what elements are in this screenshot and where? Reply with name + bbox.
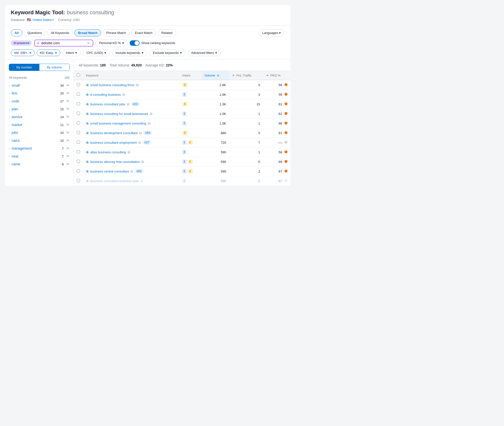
sidebar-by-number-btn[interactable]: By number xyxy=(9,64,39,71)
eye-icon[interactable]: 👁 xyxy=(66,146,70,150)
sidebar-keyword: management xyxy=(12,146,62,150)
keyword-link[interactable]: ⊕atlas business consulting ▤ xyxy=(86,150,176,154)
keyword-link[interactable]: ⊕business consultant employment ▤ #27 xyxy=(86,140,176,145)
add-keyword-icon[interactable]: ⊕ xyxy=(86,169,89,173)
eye-icon[interactable]: 👁 xyxy=(66,115,70,119)
row-checkbox[interactable] xyxy=(77,179,80,182)
row-checkbox[interactable] xyxy=(77,131,80,134)
list-item[interactable]: › market 11 👁 xyxy=(5,121,74,129)
pkd-dot xyxy=(284,131,287,134)
keyword-link[interactable]: ⊕small business consulting firms ▤ xyxy=(86,83,176,87)
row-checkbox[interactable] xyxy=(77,83,80,86)
pot-traffic-cell: 0 xyxy=(229,176,263,186)
list-item[interactable]: › firm 20 👁 xyxy=(5,89,74,97)
eye-icon[interactable]: 👁 xyxy=(66,99,70,103)
eye-icon[interactable]: 👁 xyxy=(66,154,70,158)
row-checkbox[interactable] xyxy=(77,102,80,105)
tab-all-keywords[interactable]: All Keywords xyxy=(47,29,73,36)
col-pot-traffic[interactable]: ✦ Pot. Traffic xyxy=(229,71,263,80)
row-checkbox[interactable] xyxy=(77,112,80,115)
eye-icon[interactable]: 👁 xyxy=(66,91,70,95)
col-intent[interactable]: Intent xyxy=(179,71,202,80)
col-select-all[interactable] xyxy=(74,71,83,80)
volume-cell: 590 xyxy=(202,176,229,186)
col-keyword[interactable]: Keyword xyxy=(83,71,179,80)
ranking-toggle[interactable] xyxy=(130,40,140,46)
list-item[interactable]: › plan 15 👁 xyxy=(5,105,74,113)
keyword-link[interactable]: ⊕business development consultant ▤ #53 xyxy=(86,131,176,135)
list-item[interactable]: › small 34 👁 xyxy=(5,81,74,89)
row-checkbox[interactable] xyxy=(77,93,80,96)
pkd-dot xyxy=(284,170,287,173)
database-selector[interactable]: United States ▾ xyxy=(32,18,54,22)
pkd-dot xyxy=(284,122,287,125)
keyword-cell: ⊕business development consultant ▤ #53 xyxy=(83,128,179,138)
exclude-keywords-dropdown[interactable]: Exclude keywords ▾ xyxy=(149,49,186,56)
eye-icon[interactable]: 👁 xyxy=(66,131,70,135)
eye-icon[interactable]: 👁 xyxy=(66,139,70,142)
intent-badge: I xyxy=(182,150,187,154)
tab-questions[interactable]: Questions xyxy=(24,29,46,36)
row-checkbox[interactable] xyxy=(77,169,80,173)
list-item[interactable]: › name 6 👁 xyxy=(5,160,74,168)
row-checkbox[interactable] xyxy=(77,141,80,144)
keyword-link[interactable]: ⊕business consulting for small businesse… xyxy=(86,112,176,116)
clear-domain-icon[interactable]: ✕ xyxy=(87,41,90,45)
domain-input[interactable] xyxy=(41,41,85,45)
add-keyword-icon[interactable]: ⊕ xyxy=(86,102,89,106)
list-item[interactable]: › service 14 👁 xyxy=(5,113,74,121)
eye-icon[interactable]: 👁 xyxy=(66,107,70,111)
list-item[interactable]: › code 17 👁 xyxy=(5,97,74,105)
advanced-filters-dropdown[interactable]: Advanced filters ▾ xyxy=(188,49,221,56)
eye-icon[interactable]: 👁 xyxy=(66,83,70,87)
row-checkbox-cell xyxy=(74,109,83,119)
kd-dropdown[interactable]: Personal KD % ▾ xyxy=(96,39,127,47)
list-item[interactable]: › jobs 10 👁 xyxy=(5,129,74,137)
add-keyword-icon[interactable]: ⊕ xyxy=(86,83,89,87)
list-item[interactable]: › management 7 👁 xyxy=(5,144,74,152)
sidebar-by-volume-btn[interactable]: By volume xyxy=(39,64,70,71)
include-keywords-dropdown[interactable]: Include keywords ▾ xyxy=(112,49,147,56)
list-item[interactable]: › naics 10 👁 xyxy=(5,137,74,144)
tab-broad-match[interactable]: Broad Match xyxy=(74,29,101,36)
col-volume[interactable]: Volume ⇅ xyxy=(202,71,229,80)
tab-phrase-match[interactable]: Phrase Match xyxy=(103,29,130,36)
add-keyword-icon[interactable]: ⊕ xyxy=(86,150,89,154)
add-keyword-icon[interactable]: ⊕ xyxy=(86,112,89,116)
add-keyword-icon[interactable]: ⊕ xyxy=(86,141,89,144)
vol-chip-clear[interactable]: ✕ xyxy=(29,51,32,55)
languages-dropdown[interactable]: Languages ▾ xyxy=(259,29,284,36)
cpc-dropdown[interactable]: CPC (USD) ▾ xyxy=(83,49,110,56)
tab-exact-match[interactable]: Exact Match xyxy=(131,29,156,36)
currency-label: Currency: USD xyxy=(58,18,79,22)
keyword-link[interactable]: ⊕business central consultant ▤ #93 xyxy=(86,169,176,174)
tab-all[interactable]: All xyxy=(11,29,22,36)
row-checkbox[interactable] xyxy=(77,150,80,153)
add-keyword-icon[interactable]: ⊕ xyxy=(86,131,89,135)
sidebar-keyword: small xyxy=(12,83,60,87)
add-keyword-icon[interactable]: ⊕ xyxy=(86,93,89,96)
keyword-link[interactable]: ⊕business consultant business plan ▤ xyxy=(86,179,176,183)
select-all-checkbox[interactable] xyxy=(77,73,80,77)
vol-filter-chip[interactable]: Vol: 100+ ✕ xyxy=(11,49,35,56)
tab-related[interactable]: Related xyxy=(158,29,176,36)
eye-icon[interactable]: 👁 xyxy=(66,123,70,127)
add-keyword-icon[interactable]: ⊕ xyxy=(86,121,89,125)
keyword-link[interactable]: ⊕small business management consulting ▤ xyxy=(86,121,176,125)
keyword-link[interactable]: ⊕it consulting business ▤ xyxy=(86,93,176,96)
list-item[interactable]: › near 7 👁 xyxy=(5,152,74,160)
intent-cell: I C xyxy=(179,157,202,167)
intent-dropdown[interactable]: Intent ▾ xyxy=(62,49,81,56)
kd-filter-chip[interactable]: KD: Easy ✕ xyxy=(37,49,60,56)
chevron-right-icon: › xyxy=(9,131,10,134)
row-checkbox[interactable] xyxy=(77,121,80,125)
add-keyword-icon[interactable]: ⊕ xyxy=(86,179,89,183)
row-checkbox[interactable] xyxy=(77,160,80,163)
keyword-link[interactable]: ⊕business consultant jobs ▤ #23 xyxy=(86,102,176,106)
doc-icon: ▤ xyxy=(141,160,144,163)
add-keyword-icon[interactable]: ⊕ xyxy=(86,160,89,164)
col-pkd[interactable]: ✦ PKD % xyxy=(263,71,290,80)
eye-icon[interactable]: 👁 xyxy=(66,162,70,166)
kd-chip-clear[interactable]: ✕ xyxy=(55,51,57,55)
keyword-link[interactable]: ⊕business attorney free consultation ▤ xyxy=(86,160,176,164)
